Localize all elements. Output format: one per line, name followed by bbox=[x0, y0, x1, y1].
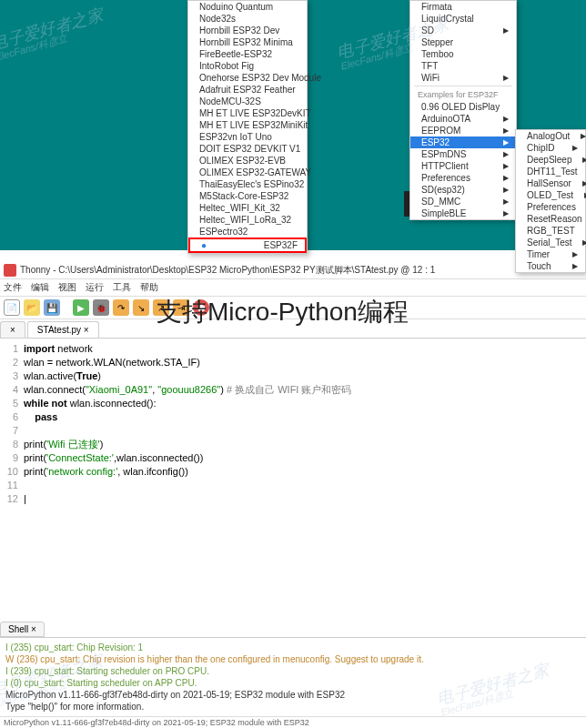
lib-menu-item[interactable]: SD(esp32)▶ bbox=[410, 184, 516, 196]
arduino-context-area: Noduino QuantumNode32sHornbill ESP32 Dev… bbox=[0, 0, 586, 250]
example-menu-item[interactable]: Serial_Test▶ bbox=[516, 237, 585, 248]
board-menu-item[interactable]: NodeMCU-32S bbox=[188, 96, 307, 107]
chevron-right-icon: ▶ bbox=[503, 162, 509, 170]
run-button[interactable]: ▶ bbox=[73, 299, 89, 316]
chevron-right-icon: ▶ bbox=[572, 250, 578, 258]
lib-menu-item[interactable]: Temboo bbox=[410, 48, 516, 60]
chevron-right-icon: ▶ bbox=[582, 156, 586, 164]
chevron-right-icon: ▶ bbox=[503, 26, 509, 35]
lib-menu-item[interactable]: EEPROM▶ bbox=[410, 125, 516, 136]
menu-item[interactable]: 视图 bbox=[58, 281, 76, 294]
menu-item[interactable]: 编辑 bbox=[31, 281, 49, 294]
lib-menu-item[interactable]: SD▶ bbox=[410, 25, 516, 36]
lib-menu-item[interactable]: Stepper bbox=[410, 36, 516, 48]
chevron-right-icon: ▶ bbox=[503, 115, 509, 123]
shell-panel: Shell × I (235) cpu_start: Chip Revision… bbox=[0, 620, 586, 728]
board-menu-item[interactable]: ThaiEasyElec's ESPino32 bbox=[188, 178, 307, 190]
title-bar: Thonny - C:\Users\Administrator\Desktop\… bbox=[0, 262, 586, 279]
board-menu-item[interactable]: Onehorse ESP32 Dev Module bbox=[188, 72, 307, 84]
line-numbers: 123456789101112 bbox=[0, 342, 24, 506]
boards-menu: Noduino QuantumNode32sHornbill ESP32 Dev… bbox=[187, 0, 308, 254]
chevron-right-icon: ▶ bbox=[503, 74, 509, 82]
menu-item[interactable]: 帮助 bbox=[140, 281, 158, 294]
lib-menu-item[interactable]: SimpleBLE▶ bbox=[410, 207, 516, 219]
example-menu-item[interactable]: RGB_TEST▶ bbox=[516, 225, 585, 237]
chevron-right-icon: ▶ bbox=[503, 197, 509, 206]
board-menu-item[interactable]: Adafruit ESP32 Feather bbox=[188, 84, 307, 96]
board-menu-item[interactable]: FireBeetle-ESP32 bbox=[188, 48, 307, 60]
lib-menu-item[interactable]: WiFi▶ bbox=[410, 72, 516, 84]
example-menu-item[interactable]: ResetReason▶ bbox=[516, 213, 585, 225]
esp32-examples-menu: AnalogOut▶ChipID▶DeepSleep▶DHT11_Test▶Ha… bbox=[515, 129, 586, 273]
code-editor[interactable]: 123456789101112 import networkwlan = net… bbox=[0, 339, 586, 506]
board-menu-item-selected[interactable]: ●ESP32F bbox=[188, 238, 307, 253]
chevron-right-icon: ▶ bbox=[503, 150, 509, 158]
lib-menu-item[interactable]: SD_MMC▶ bbox=[410, 196, 516, 207]
board-menu-item[interactable]: Hornbill ESP32 Minima bbox=[188, 36, 307, 48]
lib-menu-item[interactable]: ArduinoOTA▶ bbox=[410, 113, 516, 125]
lib-menu-item[interactable]: LiquidCrystal bbox=[410, 13, 516, 25]
menu-heading: Examples for ESP32F bbox=[410, 88, 516, 101]
editor-tab[interactable]: × bbox=[0, 321, 25, 338]
example-menu-item[interactable]: ChipID▶ bbox=[516, 142, 585, 154]
editor-tab[interactable]: STAtest.py × bbox=[27, 321, 99, 338]
example-menu-item[interactable]: DHT11_Test▶ bbox=[516, 166, 585, 177]
chevron-right-icon: ▶ bbox=[582, 238, 586, 247]
examples-category-menu: FirmataLiquidCrystalSD▶StepperTembooTFTW… bbox=[409, 0, 517, 220]
board-menu-item[interactable]: Noduino Quantum bbox=[188, 1, 307, 13]
close-icon[interactable]: × bbox=[84, 325, 89, 335]
board-menu-item[interactable]: ESP32vn IoT Uno bbox=[188, 131, 307, 143]
step-over-button[interactable]: ↷ bbox=[113, 299, 129, 316]
chevron-right-icon: ▶ bbox=[503, 186, 509, 194]
lib-menu-item[interactable]: ESP32▶ bbox=[410, 136, 516, 148]
chevron-right-icon: ▶ bbox=[582, 179, 586, 187]
board-menu-item[interactable]: OLIMEX ESP32-EVB bbox=[188, 155, 307, 167]
debug-button[interactable]: 🐞 bbox=[93, 299, 109, 316]
chevron-right-icon: ▶ bbox=[503, 126, 509, 135]
save-file-button[interactable]: 💾 bbox=[44, 299, 60, 316]
lib-menu-item[interactable]: 0.96 OLED DisPlay bbox=[410, 101, 516, 113]
lib-menu-item[interactable]: HTTPClient▶ bbox=[410, 160, 516, 172]
chevron-right-icon: ▶ bbox=[503, 138, 509, 147]
thonny-icon bbox=[4, 264, 16, 277]
lib-menu-item[interactable]: Firmata bbox=[410, 1, 516, 13]
example-menu-item[interactable]: Preferences▶ bbox=[516, 201, 585, 213]
annotation-label: 支持Micro-Python编程 bbox=[157, 295, 409, 329]
open-file-button[interactable]: 📂 bbox=[24, 299, 40, 316]
lib-menu-item[interactable]: Preferences▶ bbox=[410, 172, 516, 184]
board-menu-item[interactable]: IntoRobot Fig bbox=[188, 60, 307, 72]
lib-menu-item[interactable]: TFT bbox=[410, 60, 516, 72]
board-menu-item[interactable]: MH ET LIVE ESP32MiniKit bbox=[188, 119, 307, 131]
example-menu-item[interactable]: OLED_Test▶ bbox=[516, 189, 585, 201]
board-menu-item[interactable]: Hornbill ESP32 Dev bbox=[188, 25, 307, 36]
board-menu-item[interactable]: OLIMEX ESP32-GATEWAY bbox=[188, 167, 307, 178]
chevron-right-icon: ▶ bbox=[581, 132, 586, 140]
example-menu-item[interactable]: DeepSleep▶ bbox=[516, 154, 585, 166]
chevron-right-icon: ▶ bbox=[503, 174, 509, 182]
board-menu-item[interactable]: Heltec_WIFI_Kit_32 bbox=[188, 202, 307, 214]
chevron-right-icon: ▶ bbox=[572, 144, 578, 152]
example-menu-item[interactable]: Touch▶ bbox=[516, 260, 585, 272]
close-icon[interactable]: × bbox=[10, 325, 15, 335]
chevron-right-icon: ▶ bbox=[572, 262, 578, 270]
board-menu-item[interactable]: Node32s bbox=[188, 13, 307, 25]
example-menu-item[interactable]: HallSensor▶ bbox=[516, 177, 585, 189]
chevron-right-icon: ▶ bbox=[503, 209, 509, 217]
board-menu-item[interactable]: M5Stack-Core-ESP32 bbox=[188, 190, 307, 202]
example-menu-item[interactable]: AnalogOut▶ bbox=[516, 130, 585, 142]
menu-item[interactable]: 工具 bbox=[113, 281, 131, 294]
lib-menu-item[interactable]: ESPmDNS▶ bbox=[410, 148, 516, 160]
menu-item[interactable]: 文件 bbox=[4, 281, 22, 294]
shell-tab[interactable]: Shell × bbox=[0, 622, 45, 637]
shell-output[interactable]: I (235) cpu_start: Chip Revision: 1W (23… bbox=[0, 637, 586, 716]
code-content[interactable]: import networkwlan = network.WLAN(networ… bbox=[24, 342, 586, 506]
example-menu-item[interactable]: Timer▶ bbox=[516, 248, 585, 260]
close-icon[interactable]: × bbox=[31, 624, 36, 634]
board-menu-item[interactable]: ESPectro32 bbox=[188, 226, 307, 238]
new-file-button[interactable]: 📄 bbox=[4, 299, 20, 316]
menu-item[interactable]: 运行 bbox=[86, 281, 104, 294]
step-into-button[interactable]: ↘ bbox=[133, 299, 149, 316]
board-menu-item[interactable]: Heltec_WIFI_LoRa_32 bbox=[188, 214, 307, 226]
board-menu-item[interactable]: MH ET LIVE ESP32DevKIT bbox=[188, 107, 307, 119]
board-menu-item[interactable]: DOIT ESP32 DEVKIT V1 bbox=[188, 143, 307, 155]
